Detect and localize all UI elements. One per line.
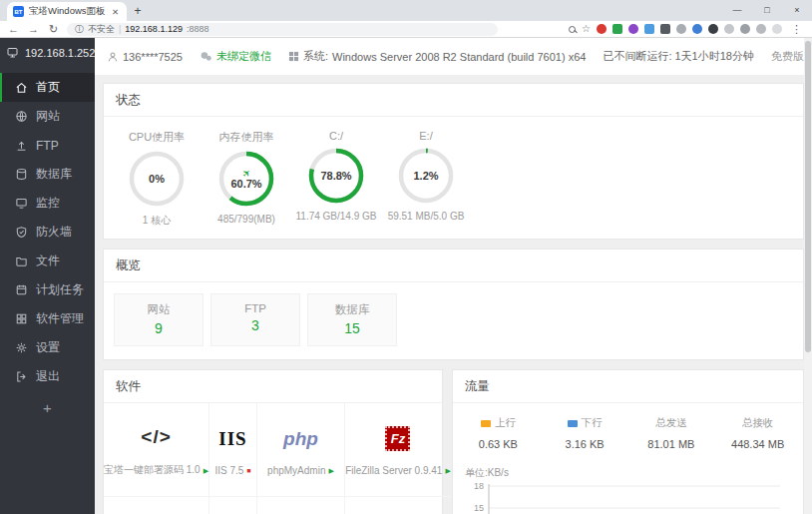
baota-favicon-icon: BT (13, 6, 24, 17)
window-minimize-button[interactable]: — (722, 0, 752, 21)
gauge-sub-label: 59.51 MB/5.0 GB (381, 211, 471, 222)
forward-icon[interactable]: → (27, 22, 40, 37)
software-item-redis[interactable]: redis 1.0▶ (209, 497, 257, 514)
downstream-swatch-icon (568, 420, 578, 427)
running-marker-icon: ▶ (445, 467, 450, 474)
sidebar-item-logout[interactable]: 退出 (0, 362, 95, 391)
ftp-count-card[interactable]: FTP 3 (210, 293, 300, 346)
sidebar-item-settings[interactable]: 设置 (0, 333, 95, 362)
traffic-stats: 上行 0.63 KB 下行 3.16 KB 总发送 81.01 MB 总接收 (453, 403, 803, 454)
gauge-label: 内存使用率 (202, 130, 291, 145)
system-info: 系统: Windows Server 2008 R2 Standard (bui… (288, 49, 586, 64)
sidebar-item-label: 计划任务 (36, 281, 84, 298)
red-circle-extension-icon[interactable] (597, 24, 607, 34)
sidebar-item-home[interactable]: 首页 (0, 73, 95, 102)
back-icon[interactable]: ← (7, 22, 20, 37)
stat-value: 0.63 KB (455, 438, 542, 450)
software-name: IIS 7.5 (214, 465, 243, 476)
sidebar-item-label: 网站 (36, 108, 60, 125)
gray-q-extension-icon[interactable] (676, 24, 686, 34)
gauge-value: 78.8% (307, 147, 365, 205)
search-icon[interactable] (569, 26, 576, 33)
software-item-phpmyadmin[interactable]: php phpMyAdmin▶ (257, 403, 345, 497)
software-grid: </> 宝塔一键部署源码 1.0▶ IIS IIS 7.5■ php phpMy… (104, 403, 442, 514)
sidebar-item-ftp[interactable]: FTP (0, 131, 95, 160)
traffic-panel-title: 流量 (453, 370, 803, 403)
system-label: 系统: (303, 49, 328, 64)
gauge-sub-label: 11.74 GB/14.9 GB (291, 211, 381, 222)
website-count-card[interactable]: 网站 9 (114, 293, 203, 346)
green-square-extension-icon[interactable] (612, 24, 622, 34)
card-value: 15 (308, 320, 396, 336)
info-icon[interactable]: ⓘ (75, 23, 84, 36)
filter-extension-icon[interactable] (660, 24, 670, 34)
gauge-label: C:/ (291, 130, 381, 142)
software-item-iis[interactable]: IIS IIS 7.5■ (209, 403, 257, 497)
downstream-stat: 下行 3.16 KB (542, 416, 628, 450)
dark-bear-extension-icon[interactable] (708, 24, 718, 34)
sidebar-item-label: 数据库 (36, 166, 72, 183)
url-port: :8888 (187, 24, 209, 34)
browser-tab-strip: BT 宝塔Windows面板 ✕ + — □ × (0, 0, 812, 21)
server-ip: 192.168.1.252 (25, 47, 95, 59)
sidebar-item-label: 设置 (36, 339, 60, 356)
sidebar-item-files[interactable]: 文件 (0, 247, 95, 275)
software-item-php52[interactable]: php PHP-5.2▶ (104, 497, 209, 514)
monitor-icon (15, 197, 28, 210)
blue-o-extension-icon[interactable] (692, 24, 702, 34)
sidebar: 192.168.1.252 0 首页 网站 FTP 数据库 监控 (0, 38, 95, 514)
gray-x-extension-icon[interactable] (724, 24, 734, 34)
sidebar-item-app-store[interactable]: 软件管理 (0, 304, 95, 333)
new-tab-button[interactable]: + (127, 2, 149, 21)
browser-tab[interactable]: BT 宝塔Windows面板 ✕ (7, 2, 127, 21)
card-label: 网站 (115, 302, 203, 317)
grid-icon (15, 312, 28, 325)
total-received-stat: 总接收 448.34 MB (714, 416, 801, 450)
upload-icon (15, 139, 28, 152)
wechat-bind-link[interactable]: 未绑定微信 (200, 49, 271, 64)
uptime-label: 已不间断运行: 1天1小时18分钟 (603, 49, 754, 64)
baota-panel: 192.168.1.252 0 首页 网站 FTP 数据库 监控 (0, 38, 812, 514)
database-icon (15, 168, 28, 181)
sidebar-item-firewall[interactable]: 防火墙 (0, 218, 95, 247)
scrollbar-thumb[interactable] (805, 41, 811, 352)
toolbar-icons: ☆ ⋮ (569, 23, 805, 36)
purple-circle-extension-icon[interactable] (628, 24, 638, 34)
sidebar-add-button[interactable]: + (0, 399, 95, 416)
sidebar-item-website[interactable]: 网站 (0, 102, 95, 131)
sidebar-item-label: 软件管理 (36, 310, 84, 327)
overview-panel-title: 概览 (104, 250, 803, 282)
account-link[interactable]: 136****7525 (107, 51, 183, 63)
software-item-filezilla[interactable]: Fz FileZilla Server 0.9.41▶ (345, 403, 451, 497)
tab-close-icon[interactable]: ✕ (110, 7, 121, 17)
profile-avatar-icon[interactable] (772, 24, 782, 34)
sidebar-item-monitor[interactable]: 监控 (0, 189, 95, 218)
traffic-chart-area: 单位:KB/s 1815129 (453, 454, 803, 514)
blue-extension-icon[interactable] (644, 24, 654, 34)
filezilla-icon: Fz (385, 426, 410, 451)
sidebar-item-label: 首页 (36, 79, 60, 96)
window-close-button[interactable]: × (782, 0, 812, 21)
sidebar-item-cron[interactable]: 计划任务 (0, 275, 95, 304)
gray-circle-extension-icon[interactable] (756, 24, 766, 34)
software-item-deploy[interactable]: </> 宝塔一键部署源码 1.0▶ (104, 403, 209, 497)
disk-c-gauge: C:/ 78.8% 11.74 GB/14.9 GB (291, 130, 381, 228)
gauge-sub-label: 1 核心 (112, 214, 202, 228)
database-count-card[interactable]: 数据库 15 (307, 293, 397, 346)
sidebar-item-database[interactable]: 数据库 (0, 160, 95, 189)
running-marker-icon: ▶ (203, 467, 208, 474)
window-maximize-button[interactable]: □ (752, 0, 782, 21)
upstream-swatch-icon (481, 420, 491, 427)
history-extension-icon[interactable] (740, 24, 750, 34)
software-item-waf[interactable]: WAF 宝塔IIS防火墙 1.0▶ (257, 497, 345, 514)
url-input[interactable]: ⓘ 不安全 | 192.168.1.129:8888 (67, 23, 498, 36)
wechat-icon (200, 51, 212, 62)
sidebar-item-label: 监控 (36, 195, 60, 212)
reload-icon[interactable]: ↻ (47, 22, 60, 37)
browser-menu-icon[interactable]: ⋮ (788, 23, 805, 36)
stopped-marker-icon: ■ (246, 467, 250, 474)
status-panel-title: 状态 (104, 84, 803, 117)
status-panel: 状态 CPU使用率 0% 1 核心 (103, 83, 804, 240)
logout-icon (15, 370, 28, 383)
bookmark-star-icon[interactable]: ☆ (582, 24, 591, 34)
